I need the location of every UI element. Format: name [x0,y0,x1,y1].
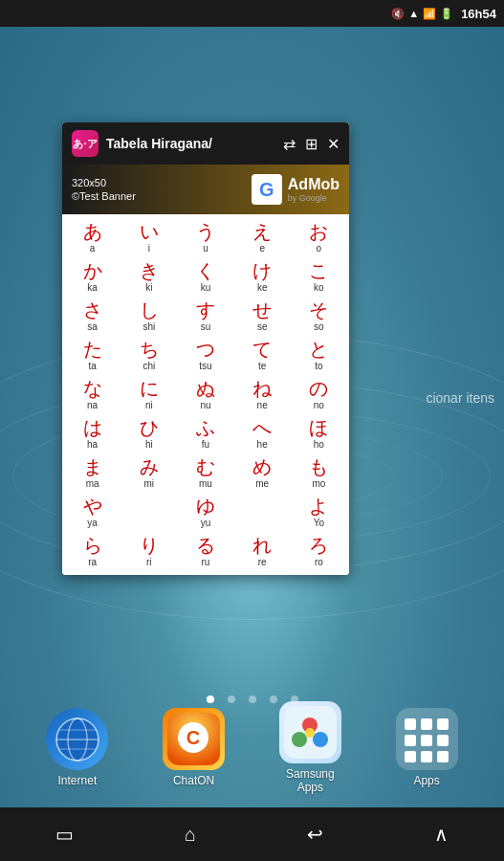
hira-row: あaいiうuえeおo [64,218,347,255]
expand-icon[interactable]: ⊞ [305,135,318,153]
dock-item-internet[interactable]: Internet [46,708,108,787]
hira-cell[interactable]: さsa [68,297,118,334]
hira-roma: chi [124,361,174,371]
hira-roma: me [237,478,287,489]
widget-logo: あ·ア [72,130,99,157]
hira-cell[interactable]: ぬnu [181,375,230,412]
hira-cell[interactable]: ろro [294,532,343,569]
hira-roma: hi [124,439,174,450]
widget-controls[interactable]: ⇄ ⊞ ✕ [283,135,340,153]
home-button[interactable]: ⌂ [177,816,204,853]
hira-cell[interactable]: けke [237,257,287,295]
hira-cell[interactable]: るru [181,532,230,569]
hira-cell[interactable]: うu [181,218,230,255]
hira-cell[interactable]: すsu [181,297,230,334]
hira-roma: a [68,243,118,254]
hira-row: やyaゆyuよYo [64,493,347,530]
samsung-apps-label: SamsungApps [286,767,335,794]
admob-banner[interactable]: 320x50 ©Test Banner G AdMob by Google [62,165,349,214]
hira-char: へ [237,416,287,439]
hira-roma: re [237,557,287,567]
wallpaper: あ·ア Tabela Hiragana/ ⇄ ⊞ ✕ 320x50 ©Test … [0,27,504,861]
back-button[interactable]: ↩ [299,815,331,853]
hira-char: ろ [294,534,343,557]
chaton-label: ChatON [173,774,214,787]
hira-char: と [294,338,343,361]
hira-cell[interactable]: つtsu [181,336,230,373]
hira-cell[interactable]: もmo [294,453,343,491]
hira-cell[interactable]: にni [124,375,174,412]
hira-row: かkaきkiくkuけkeこko [64,257,347,295]
hira-char: か [68,259,118,282]
dock-item-chaton[interactable]: C ChatON [163,708,225,787]
hira-cell[interactable]: らra [68,532,118,569]
hira-roma: mi [124,478,174,489]
hira-cell[interactable] [237,493,287,530]
hira-cell[interactable]: ほho [294,414,343,452]
back-forward-icon[interactable]: ⇄ [283,135,296,153]
hira-roma: no [294,400,343,410]
hira-cell[interactable]: へhe [237,414,287,452]
svg-point-14 [313,732,328,747]
hira-char: す [181,298,230,321]
hira-char: せ [237,298,287,321]
hira-cell[interactable]: れre [237,532,287,569]
svg-text:C: C [186,727,200,748]
nav-bar: ▭ ⌂ ↩ ∧ [0,807,504,861]
hira-roma: nu [181,400,230,410]
hira-cell[interactable]: めme [237,453,287,491]
hira-cell[interactable]: なna [68,375,118,412]
hira-cell[interactable]: むmu [181,453,230,491]
hira-cell[interactable]: みmi [124,453,174,491]
hira-roma: mo [294,478,343,489]
hira-cell[interactable]: おo [294,218,343,255]
hira-row: はhaひhiふfuへheほho [64,414,347,452]
hira-cell[interactable]: りri [124,532,174,569]
up-button[interactable]: ∧ [427,815,456,853]
dock-item-apps[interactable]: Apps [396,708,458,787]
hira-char: く [181,259,230,282]
hiragana-table: あaいiうuえeおoかkaきkiくkuけkeこkoさsaしshiすsuせseそs… [62,214,349,575]
hira-cell[interactable]: とto [294,336,343,373]
hira-cell[interactable]: はha [68,414,118,452]
hira-roma: ni [124,400,174,410]
hira-cell[interactable]: えe [237,218,287,255]
hira-cell[interactable]: ゆyu [181,493,230,530]
hira-cell[interactable]: くku [181,257,230,295]
hira-cell[interactable]: かka [68,257,118,295]
dock-item-samsung-apps[interactable]: SamsungApps [279,701,341,794]
hira-cell[interactable]: しshi [124,297,174,334]
recent-apps-button[interactable]: ▭ [48,815,81,853]
hira-cell[interactable]: せse [237,297,287,334]
hira-cell[interactable]: まma [68,453,118,491]
hira-cell[interactable]: てte [237,336,287,373]
hira-cell[interactable]: そso [294,297,343,334]
battery-icon: 🔋 [440,8,453,20]
hira-cell[interactable]: ひhi [124,414,174,452]
internet-icon [46,708,108,770]
hira-cell[interactable]: きki [124,257,174,295]
hira-cell[interactable]: のno [294,375,343,412]
hira-cell[interactable]: こko [294,257,343,295]
close-icon[interactable]: ✕ [327,135,340,153]
hira-cell[interactable] [124,493,174,530]
hira-char: は [68,416,118,439]
hira-roma: ho [294,439,343,450]
hira-cell[interactable]: よYo [294,493,343,530]
hira-cell[interactable]: たta [68,336,118,373]
hira-row: まmaみmiむmuめmeもmo [64,453,347,491]
hira-cell[interactable]: いi [124,218,174,255]
app-dot-8 [421,751,432,762]
hira-cell[interactable]: ふfu [181,414,230,452]
hira-char: さ [68,298,118,321]
hira-cell[interactable]: ちchi [124,336,174,373]
hira-cell[interactable]: やya [68,493,118,530]
admob-brand-text: AdMob by Google [288,176,340,203]
hira-char: る [181,534,230,557]
hira-char: そ [294,298,343,321]
hira-char: き [124,259,174,282]
hira-cell[interactable]: あa [68,218,118,255]
admob-brand: AdMob [288,176,340,193]
hira-cell[interactable]: ねne [237,375,287,412]
hira-roma: fu [181,439,230,450]
